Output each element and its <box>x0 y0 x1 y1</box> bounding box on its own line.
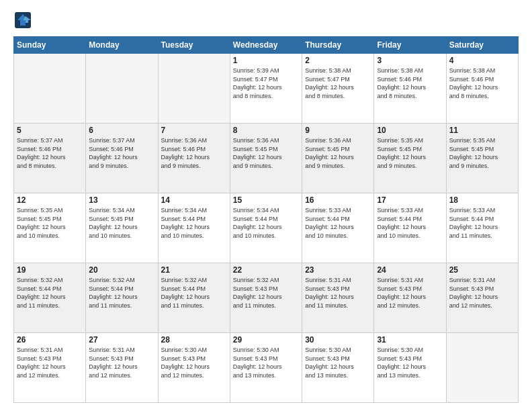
calendar-day-cell: 13Sunrise: 5:34 AM Sunset: 5:45 PM Dayli… <box>86 193 158 263</box>
calendar-week-row: 5Sunrise: 5:37 AM Sunset: 5:46 PM Daylig… <box>14 124 519 193</box>
day-info: Sunrise: 5:31 AM Sunset: 5:43 PM Dayligh… <box>377 276 443 310</box>
calendar-week-row: 19Sunrise: 5:32 AM Sunset: 5:44 PM Dayli… <box>14 263 519 333</box>
day-number: 20 <box>89 265 154 275</box>
calendar-day-cell: 31Sunrise: 5:30 AM Sunset: 5:43 PM Dayli… <box>374 333 446 403</box>
day-info: Sunrise: 5:30 AM Sunset: 5:43 PM Dayligh… <box>233 346 299 379</box>
calendar-day-cell: 3Sunrise: 5:38 AM Sunset: 5:46 PM Daylig… <box>374 54 446 124</box>
day-info: Sunrise: 5:33 AM Sunset: 5:44 PM Dayligh… <box>305 206 371 240</box>
logo-icon <box>13 11 32 30</box>
calendar-day-cell: 6Sunrise: 5:37 AM Sunset: 5:46 PM Daylig… <box>86 124 158 193</box>
calendar-day-cell: 15Sunrise: 5:34 AM Sunset: 5:44 PM Dayli… <box>230 193 302 263</box>
calendar-day-cell <box>158 54 230 124</box>
day-info: Sunrise: 5:32 AM Sunset: 5:44 PM Dayligh… <box>89 276 154 310</box>
weekday-header-tuesday: Tuesday <box>158 37 230 54</box>
calendar-day-cell: 26Sunrise: 5:31 AM Sunset: 5:43 PM Dayli… <box>14 333 86 403</box>
day-number: 26 <box>17 335 83 345</box>
day-number: 10 <box>377 126 443 135</box>
day-number: 1 <box>233 56 299 65</box>
calendar-day-cell: 19Sunrise: 5:32 AM Sunset: 5:44 PM Dayli… <box>14 263 86 333</box>
day-number: 24 <box>377 265 443 275</box>
day-number: 4 <box>449 56 515 65</box>
calendar-day-cell: 5Sunrise: 5:37 AM Sunset: 5:46 PM Daylig… <box>14 124 86 193</box>
day-info: Sunrise: 5:31 AM Sunset: 5:43 PM Dayligh… <box>449 276 515 310</box>
weekday-header-thursday: Thursday <box>302 37 374 54</box>
day-number: 17 <box>377 195 443 205</box>
calendar-day-cell: 22Sunrise: 5:32 AM Sunset: 5:43 PM Dayli… <box>230 263 302 333</box>
day-info: Sunrise: 5:32 AM Sunset: 5:44 PM Dayligh… <box>161 276 227 310</box>
day-number: 18 <box>449 195 515 205</box>
day-info: Sunrise: 5:34 AM Sunset: 5:44 PM Dayligh… <box>233 206 299 240</box>
day-number: 8 <box>233 126 299 135</box>
weekday-header-friday: Friday <box>374 37 446 54</box>
day-info: Sunrise: 5:37 AM Sunset: 5:46 PM Dayligh… <box>17 136 83 170</box>
weekday-header-row: SundayMondayTuesdayWednesdayThursdayFrid… <box>14 37 519 54</box>
day-info: Sunrise: 5:31 AM Sunset: 5:43 PM Dayligh… <box>89 346 154 379</box>
calendar-day-cell: 8Sunrise: 5:36 AM Sunset: 5:45 PM Daylig… <box>230 124 302 193</box>
day-info: Sunrise: 5:32 AM Sunset: 5:44 PM Dayligh… <box>17 276 83 310</box>
day-info: Sunrise: 5:33 AM Sunset: 5:44 PM Dayligh… <box>449 206 515 240</box>
weekday-header-wednesday: Wednesday <box>230 37 302 54</box>
calendar-week-row: 26Sunrise: 5:31 AM Sunset: 5:43 PM Dayli… <box>14 333 519 403</box>
day-number: 7 <box>161 126 227 135</box>
weekday-header-monday: Monday <box>86 37 158 54</box>
day-number: 9 <box>305 126 371 135</box>
day-number: 12 <box>17 195 83 205</box>
day-number: 15 <box>233 195 299 205</box>
calendar-day-cell: 11Sunrise: 5:35 AM Sunset: 5:45 PM Dayli… <box>446 124 518 193</box>
day-number: 2 <box>305 56 371 65</box>
day-info: Sunrise: 5:32 AM Sunset: 5:43 PM Dayligh… <box>233 276 299 310</box>
day-info: Sunrise: 5:38 AM Sunset: 5:46 PM Dayligh… <box>449 66 515 100</box>
calendar-day-cell: 14Sunrise: 5:34 AM Sunset: 5:44 PM Dayli… <box>158 193 230 263</box>
calendar-day-cell: 1Sunrise: 5:39 AM Sunset: 5:47 PM Daylig… <box>230 54 302 124</box>
day-info: Sunrise: 5:35 AM Sunset: 5:45 PM Dayligh… <box>449 136 515 170</box>
calendar-day-cell: 16Sunrise: 5:33 AM Sunset: 5:44 PM Dayli… <box>302 193 374 263</box>
day-info: Sunrise: 5:34 AM Sunset: 5:45 PM Dayligh… <box>89 206 154 240</box>
day-info: Sunrise: 5:35 AM Sunset: 5:45 PM Dayligh… <box>377 136 443 170</box>
day-number: 25 <box>449 265 515 275</box>
day-info: Sunrise: 5:31 AM Sunset: 5:43 PM Dayligh… <box>305 276 371 310</box>
day-number: 28 <box>161 335 227 345</box>
calendar-day-cell: 10Sunrise: 5:35 AM Sunset: 5:45 PM Dayli… <box>374 124 446 193</box>
calendar-day-cell: 29Sunrise: 5:30 AM Sunset: 5:43 PM Dayli… <box>230 333 302 403</box>
calendar-day-cell: 9Sunrise: 5:36 AM Sunset: 5:45 PM Daylig… <box>302 124 374 193</box>
day-number: 22 <box>233 265 299 275</box>
calendar-day-cell: 25Sunrise: 5:31 AM Sunset: 5:43 PM Dayli… <box>446 263 518 333</box>
day-number: 21 <box>161 265 227 275</box>
day-number: 16 <box>305 195 371 205</box>
day-info: Sunrise: 5:39 AM Sunset: 5:47 PM Dayligh… <box>233 66 299 100</box>
calendar-day-cell: 2Sunrise: 5:38 AM Sunset: 5:47 PM Daylig… <box>302 54 374 124</box>
day-number: 19 <box>17 265 83 275</box>
day-info: Sunrise: 5:38 AM Sunset: 5:46 PM Dayligh… <box>377 66 443 100</box>
day-info: Sunrise: 5:35 AM Sunset: 5:45 PM Dayligh… <box>17 206 83 240</box>
day-number: 13 <box>89 195 154 205</box>
calendar-week-row: 1Sunrise: 5:39 AM Sunset: 5:47 PM Daylig… <box>14 54 519 124</box>
header <box>13 11 519 30</box>
day-info: Sunrise: 5:33 AM Sunset: 5:44 PM Dayligh… <box>377 206 443 240</box>
day-info: Sunrise: 5:36 AM Sunset: 5:46 PM Dayligh… <box>161 136 227 170</box>
calendar-day-cell <box>14 54 86 124</box>
day-info: Sunrise: 5:36 AM Sunset: 5:45 PM Dayligh… <box>233 136 299 170</box>
weekday-header-sunday: Sunday <box>14 37 86 54</box>
day-number: 31 <box>377 335 443 345</box>
calendar-day-cell: 28Sunrise: 5:30 AM Sunset: 5:43 PM Dayli… <box>158 333 230 403</box>
day-info: Sunrise: 5:30 AM Sunset: 5:43 PM Dayligh… <box>161 346 227 379</box>
day-number: 30 <box>305 335 371 345</box>
calendar-day-cell: 17Sunrise: 5:33 AM Sunset: 5:44 PM Dayli… <box>374 193 446 263</box>
calendar-day-cell: 7Sunrise: 5:36 AM Sunset: 5:46 PM Daylig… <box>158 124 230 193</box>
day-number: 14 <box>161 195 227 205</box>
day-number: 23 <box>305 265 371 275</box>
calendar-day-cell: 27Sunrise: 5:31 AM Sunset: 5:43 PM Dayli… <box>86 333 158 403</box>
calendar-day-cell: 20Sunrise: 5:32 AM Sunset: 5:44 PM Dayli… <box>86 263 158 333</box>
day-info: Sunrise: 5:30 AM Sunset: 5:43 PM Dayligh… <box>377 346 443 379</box>
calendar-day-cell: 4Sunrise: 5:38 AM Sunset: 5:46 PM Daylig… <box>446 54 518 124</box>
day-info: Sunrise: 5:31 AM Sunset: 5:43 PM Dayligh… <box>17 346 83 379</box>
day-number: 29 <box>233 335 299 345</box>
calendar-day-cell: 12Sunrise: 5:35 AM Sunset: 5:45 PM Dayli… <box>14 193 86 263</box>
calendar-week-row: 12Sunrise: 5:35 AM Sunset: 5:45 PM Dayli… <box>14 193 519 263</box>
calendar-day-cell: 30Sunrise: 5:30 AM Sunset: 5:43 PM Dayli… <box>302 333 374 403</box>
calendar-day-cell <box>86 54 158 124</box>
calendar-day-cell <box>446 333 518 403</box>
day-info: Sunrise: 5:34 AM Sunset: 5:44 PM Dayligh… <box>161 206 227 240</box>
day-info: Sunrise: 5:37 AM Sunset: 5:46 PM Dayligh… <box>89 136 154 170</box>
logo <box>13 11 34 30</box>
